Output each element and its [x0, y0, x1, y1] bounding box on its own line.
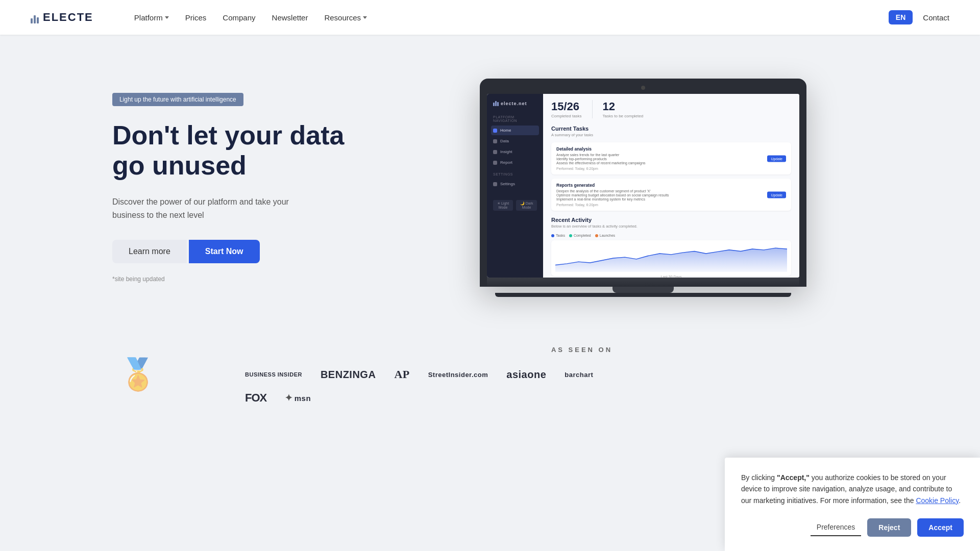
task-1-update-button[interactable]: Update — [767, 155, 786, 162]
logo-bar-3 — [37, 17, 39, 23]
legend-tasks-dot — [551, 234, 554, 237]
laptop-outer: electe.net Platform Navigation Home Data — [480, 79, 806, 287]
laptop-screen: electe.net Platform Navigation Home Data — [487, 94, 799, 278]
cookie-buttons: Preferences Reject Accept — [741, 518, 964, 537]
sidebar-item-data[interactable]: Data — [491, 136, 539, 146]
logo-bar-1 — [31, 18, 33, 23]
nav-right: EN Contact — [889, 10, 949, 24]
legend-completed: Completed — [569, 234, 591, 237]
screen-sidebar: electe.net Platform Navigation Home Data — [487, 94, 543, 278]
preferences-button[interactable]: Preferences — [811, 519, 861, 536]
language-button[interactable]: EN — [889, 10, 913, 24]
sidebar-item-home[interactable]: Home — [491, 126, 539, 135]
hero-buttons: Learn more Start Now — [112, 240, 368, 263]
sidebar-nav-label: Platform Navigation — [493, 115, 539, 122]
start-now-button[interactable]: Start Now — [189, 240, 260, 263]
logo-text: ELECTE — [43, 11, 93, 24]
cookie-banner: By clicking "Accept," you authorize cook… — [725, 458, 980, 551]
light-mode-button[interactable]: ☀ Light Mode — [493, 200, 513, 211]
nav-company[interactable]: Company — [223, 13, 255, 22]
navbar: ELECTE Platform Prices Company Newslette… — [0, 0, 980, 35]
activity-chart: Last 30 Days — [551, 240, 791, 276]
sidebar-item-settings[interactable]: Settings — [491, 179, 539, 189]
recent-section: Recent Activity Below is an overview of … — [551, 217, 791, 276]
sidebar-settings-label: Settings — [493, 172, 539, 176]
legend-completed-dot — [569, 234, 572, 237]
task-card-2: Reports generated Deepen the analysis of… — [551, 179, 791, 211]
stat-pending-label: Tasks to be completed — [603, 114, 644, 118]
sidebar-item-insight[interactable]: Insight — [491, 147, 539, 157]
screen-logo-bar-1 — [493, 103, 495, 106]
stat-completed: 15/26 Completed tasks — [551, 100, 582, 118]
logo-icon — [31, 11, 39, 23]
nav-newsletter[interactable]: Newsletter — [272, 13, 308, 22]
insight-icon — [493, 150, 497, 154]
legend-tasks: Tasks — [551, 234, 565, 237]
screen-main: 15/26 Completed tasks 12 Tasks to be com… — [543, 94, 799, 278]
logo-bar-2 — [34, 15, 36, 23]
brands-area: AS SEEN ON BUSINESS INSIDER BENZINGA AP … — [245, 346, 919, 415]
task-2-lines: Deepen the analysis of the customer segm… — [556, 189, 786, 201]
brand-benzinga: BENZINGA — [321, 369, 376, 381]
recent-title: Recent Activity — [551, 217, 791, 223]
nav-platform[interactable]: Platform — [134, 13, 169, 22]
report-icon — [493, 161, 497, 165]
home-icon — [493, 129, 497, 133]
stat-completed-label: Completed tasks — [551, 114, 582, 118]
stat-completed-number: 15/26 — [551, 100, 582, 113]
chevron-down-icon — [165, 16, 169, 19]
laptop-stand — [612, 287, 674, 293]
site-notice: *site being updated — [112, 276, 368, 283]
brand-business-insider: BUSINESS INSIDER — [245, 371, 302, 378]
legend-launches-dot — [595, 234, 598, 237]
brand-streetinsider: StreetInsider.com — [428, 371, 488, 379]
award-area: 🏅 — [61, 346, 214, 415]
task-2-title: Reports generated — [556, 183, 786, 188]
brands-row-2: FOX ✦ msn — [245, 391, 919, 405]
laptop-mockup: electe.net Platform Navigation Home Data — [480, 79, 806, 297]
screen-logo: electe.net — [491, 101, 539, 106]
hero-title: Don't let your data go unused — [112, 120, 368, 182]
msn-wing-icon: ✦ — [285, 392, 293, 404]
hero-section: Light up the future with artificial inte… — [0, 35, 980, 331]
screen-logo-text: electe.net — [501, 101, 527, 106]
laptop-camera — [641, 86, 645, 90]
task-2-update-button[interactable]: Update — [767, 191, 786, 198]
reject-button[interactable]: Reject — [867, 518, 911, 537]
settings-icon — [493, 182, 497, 186]
nav-prices[interactable]: Prices — [185, 13, 207, 22]
hero-right: electe.net Platform Navigation Home Data — [368, 79, 919, 297]
nav-contact[interactable]: Contact — [923, 13, 949, 22]
stat-pending-number: 12 — [603, 100, 644, 113]
as-seen-section: 🏅 AS SEEN ON BUSINESS INSIDER BENZINGA A… — [0, 331, 980, 430]
nav-resources[interactable]: Resources — [324, 13, 367, 22]
cookie-policy-link[interactable]: Cookie Policy — [916, 496, 959, 505]
brand-fox: FOX — [245, 391, 266, 405]
nav-links: Platform Prices Company Newsletter Resou… — [134, 13, 889, 22]
sidebar-item-report[interactable]: Report — [491, 158, 539, 167]
data-icon — [493, 139, 497, 143]
task-card-1: Detailed analysis Analyze sales trends f… — [551, 142, 791, 174]
chevron-down-icon — [363, 16, 367, 19]
brand-barchart: barchart — [565, 371, 593, 379]
chart-label: Last 30 Days — [555, 275, 787, 278]
logo[interactable]: ELECTE — [31, 11, 93, 24]
screen-logo-bar-3 — [497, 102, 499, 106]
brands-row-1: BUSINESS INSIDER BENZINGA AP StreetInsid… — [245, 368, 919, 381]
task-1-title: Detailed analysis — [556, 146, 786, 152]
hero-subtitle: Discover the power of our platform and t… — [112, 195, 296, 221]
stat-divider — [592, 100, 593, 118]
legend-launches: Launches — [595, 234, 615, 237]
brand-asiaone: asiaone — [506, 369, 546, 381]
brand-ap: AP — [394, 368, 409, 381]
chart-svg — [555, 244, 787, 272]
laptop-foot — [495, 293, 791, 297]
brand-msn: ✦ msn — [285, 392, 311, 404]
task-1-lines: Analyze sales trends for the last quarte… — [556, 153, 786, 165]
learn-more-button[interactable]: Learn more — [112, 240, 187, 263]
accept-button[interactable]: Accept — [917, 518, 964, 537]
current-tasks-title: Current Tasks — [551, 126, 791, 132]
current-tasks-subtitle: A summary of your tasks — [551, 133, 791, 137]
screen-stats: 15/26 Completed tasks 12 Tasks to be com… — [551, 100, 791, 118]
dark-mode-button[interactable]: 🌙 Dark Mode — [516, 200, 537, 211]
